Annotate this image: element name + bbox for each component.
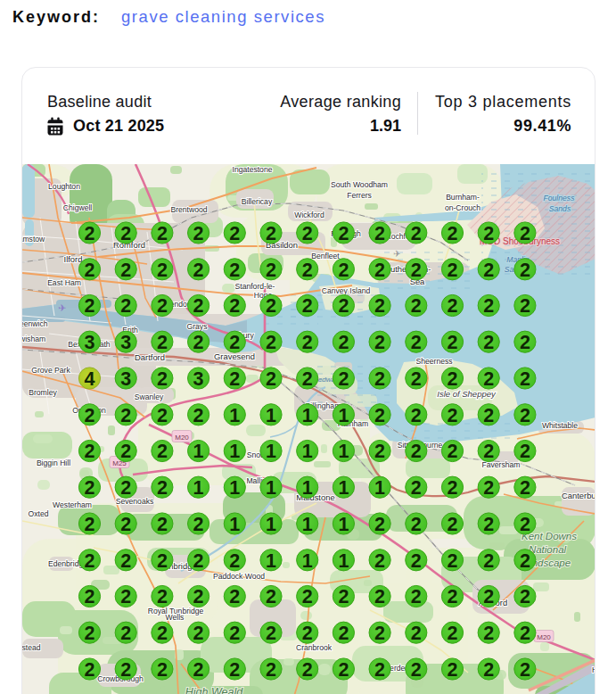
svg-text:wisham: wisham bbox=[22, 335, 45, 343]
svg-text:2: 2 bbox=[483, 295, 494, 317]
svg-text:rinstead: rinstead bbox=[22, 643, 41, 652]
svg-text:East Ham: East Ham bbox=[47, 278, 81, 287]
svg-text:2: 2 bbox=[448, 405, 458, 426]
svg-text:Ilford: Ilford bbox=[64, 254, 83, 264]
svg-text:2: 2 bbox=[520, 332, 530, 353]
svg-text:2: 2 bbox=[229, 550, 240, 572]
svg-text:2: 2 bbox=[85, 477, 95, 499]
svg-text:1: 1 bbox=[338, 441, 349, 462]
svg-text:2: 2 bbox=[520, 514, 530, 535]
svg-text:2: 2 bbox=[157, 295, 168, 317]
svg-text:2: 2 bbox=[374, 514, 385, 535]
svg-text:2: 2 bbox=[120, 260, 131, 281]
svg-text:2: 2 bbox=[157, 477, 168, 499]
svg-text:Canvey Island: Canvey Island bbox=[322, 286, 371, 295]
svg-text:2: 2 bbox=[229, 586, 240, 607]
svg-text:3: 3 bbox=[120, 332, 131, 353]
svg-text:1: 1 bbox=[229, 441, 240, 462]
svg-text:1: 1 bbox=[338, 514, 349, 535]
svg-text:2: 2 bbox=[266, 368, 276, 390]
svg-text:2: 2 bbox=[411, 550, 422, 572]
svg-text:2: 2 bbox=[266, 586, 276, 607]
svg-text:Ferrers: Ferrers bbox=[347, 191, 372, 200]
svg-text:2: 2 bbox=[193, 550, 204, 572]
svg-text:2: 2 bbox=[448, 659, 458, 681]
svg-text:South Woodham: South Woodham bbox=[331, 180, 388, 189]
svg-text:2: 2 bbox=[193, 514, 204, 535]
svg-text:Sheerness: Sheerness bbox=[415, 357, 452, 366]
svg-text:2: 2 bbox=[157, 260, 168, 281]
svg-text:1: 1 bbox=[193, 441, 204, 462]
svg-text:2: 2 bbox=[302, 368, 313, 390]
svg-text:2: 2 bbox=[193, 295, 204, 317]
svg-text:2: 2 bbox=[157, 659, 168, 681]
svg-text:2: 2 bbox=[120, 477, 131, 499]
svg-text:3: 3 bbox=[120, 368, 131, 390]
svg-text:2: 2 bbox=[338, 659, 349, 681]
svg-text:2: 2 bbox=[266, 295, 276, 317]
svg-text:2: 2 bbox=[520, 441, 530, 462]
svg-text:2: 2 bbox=[302, 295, 313, 317]
svg-text:1: 1 bbox=[338, 405, 349, 426]
svg-text:2: 2 bbox=[302, 586, 313, 607]
svg-text:2: 2 bbox=[520, 295, 530, 317]
svg-text:2: 2 bbox=[411, 295, 422, 317]
svg-text:Burnham-: Burnham- bbox=[446, 193, 480, 202]
svg-text:2: 2 bbox=[193, 586, 204, 607]
svg-text:2: 2 bbox=[157, 405, 168, 426]
svg-text:2: 2 bbox=[157, 623, 168, 644]
svg-text:2: 2 bbox=[374, 441, 385, 462]
svg-text:1: 1 bbox=[266, 550, 276, 572]
svg-text:Wickford: Wickford bbox=[294, 211, 324, 219]
svg-text:2: 2 bbox=[120, 514, 131, 535]
svg-text:2: 2 bbox=[483, 623, 494, 644]
svg-text:2: 2 bbox=[85, 295, 95, 317]
svg-text:2: 2 bbox=[120, 441, 131, 462]
svg-text:4: 4 bbox=[85, 368, 95, 390]
svg-text:2: 2 bbox=[448, 260, 458, 281]
svg-text:2: 2 bbox=[157, 441, 168, 462]
svg-text:1: 1 bbox=[266, 477, 276, 499]
svg-text:2: 2 bbox=[411, 623, 422, 644]
svg-text:2: 2 bbox=[85, 405, 95, 426]
svg-text:✈: ✈ bbox=[58, 302, 66, 313]
svg-text:2: 2 bbox=[448, 223, 458, 244]
svg-text:2: 2 bbox=[157, 368, 168, 390]
svg-text:2: 2 bbox=[302, 260, 313, 281]
svg-text:Paddock Wood: Paddock Wood bbox=[213, 572, 265, 581]
svg-text:2: 2 bbox=[229, 332, 240, 353]
svg-text:2: 2 bbox=[266, 659, 276, 681]
svg-text:Hythe: Hythe bbox=[592, 665, 595, 674]
svg-text:Bromley: Bromley bbox=[29, 388, 57, 397]
svg-text:2: 2 bbox=[338, 368, 349, 390]
svg-text:High Weald: High Weald bbox=[185, 686, 243, 694]
svg-text:2: 2 bbox=[193, 260, 204, 281]
svg-text:2: 2 bbox=[411, 223, 422, 244]
svg-text:2: 2 bbox=[229, 368, 240, 390]
svg-text:on-Crouch: on-Crouch bbox=[445, 203, 480, 212]
svg-text:1: 1 bbox=[229, 514, 240, 535]
svg-text:2: 2 bbox=[483, 586, 494, 607]
svg-text:2: 2 bbox=[120, 623, 131, 644]
svg-text:2: 2 bbox=[193, 623, 204, 644]
svg-text:2: 2 bbox=[483, 405, 494, 426]
svg-text:2: 2 bbox=[302, 223, 313, 244]
svg-text:Billericay: Billericay bbox=[242, 197, 273, 206]
svg-text:M20: M20 bbox=[175, 434, 189, 442]
svg-text:2: 2 bbox=[448, 514, 458, 535]
svg-text:1: 1 bbox=[193, 477, 204, 499]
svg-text:2: 2 bbox=[338, 295, 349, 317]
svg-text:2: 2 bbox=[520, 550, 530, 572]
svg-text:Dartford: Dartford bbox=[135, 352, 165, 362]
svg-text:Benfleet: Benfleet bbox=[311, 252, 340, 260]
svg-text:3: 3 bbox=[193, 368, 204, 390]
svg-text:2: 2 bbox=[483, 441, 494, 462]
svg-text:2: 2 bbox=[266, 260, 276, 281]
svg-text:2: 2 bbox=[302, 332, 313, 353]
svg-text:2: 2 bbox=[483, 223, 494, 244]
svg-text:2: 2 bbox=[374, 295, 385, 317]
svg-text:Loughton: Loughton bbox=[48, 182, 80, 191]
svg-text:2: 2 bbox=[338, 260, 349, 281]
svg-text:2: 2 bbox=[229, 223, 240, 244]
svg-text:M20: M20 bbox=[537, 633, 551, 641]
